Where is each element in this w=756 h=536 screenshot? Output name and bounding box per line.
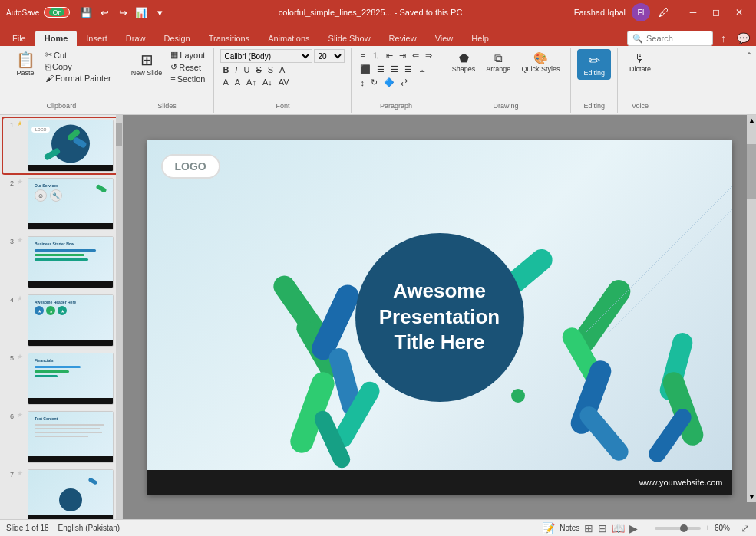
save-icon[interactable]: 💾 [79, 5, 93, 19]
slide-item-2[interactable]: 2 ★ Our Services ☺ 🔧 [3, 176, 119, 232]
user-avatar[interactable]: FI [632, 3, 650, 21]
close-button[interactable]: ✕ [728, 4, 750, 21]
bold-button[interactable]: B [220, 64, 231, 75]
slide-item-6[interactable]: 6 ★ Text Content [3, 409, 119, 465]
tab-home[interactable]: Home [35, 31, 78, 46]
zoom-in-icon[interactable]: + [705, 524, 710, 532]
font-size-inc-button[interactable]: A↑ [244, 77, 259, 87]
collapse-icon[interactable]: ⌃ [745, 51, 753, 61]
slide-thumb-2[interactable]: Our Services ☺ 🔧 [28, 178, 114, 230]
zoom-slider[interactable] [655, 527, 701, 530]
dictate-button[interactable]: 🎙 Dictate [624, 49, 656, 76]
collapse-ribbon[interactable]: ⌃ [745, 48, 753, 113]
copy-button[interactable]: ⎘ Copy [43, 61, 114, 72]
share-icon[interactable]: ↑ [718, 31, 729, 46]
reset-button[interactable]: ↺ Reset [168, 61, 207, 73]
quick-styles-button[interactable]: 🎨 Quick Styles [517, 49, 564, 76]
smartart-button[interactable]: 🔷 [381, 77, 397, 88]
text-dir-button[interactable]: ↻ [368, 77, 380, 88]
slide-canvas[interactable]: LOGO AwesomePresentationTitle Here www.y… [147, 140, 732, 495]
layout-button[interactable]: ▦ Layout [168, 49, 207, 61]
slide-thumb-5[interactable]: Financials [28, 353, 114, 405]
tab-insert[interactable]: Insert [77, 31, 117, 46]
notes-label[interactable]: Notes [560, 524, 579, 532]
rtl-button[interactable]: ⇐ [410, 50, 421, 61]
slide-thumb-3[interactable]: Business Starter Now [28, 236, 114, 288]
arrange-button[interactable]: ⧉ Arrange [481, 49, 515, 76]
tab-view[interactable]: View [426, 31, 463, 46]
fit-to-window-icon[interactable]: ⤢ [741, 522, 750, 534]
slide-item-5[interactable]: 5 ★ Financials [3, 351, 119, 406]
search-box[interactable]: 🔍 [627, 31, 713, 46]
ltr-button[interactable]: ⇒ [423, 50, 434, 61]
new-slide-button[interactable]: ⊞ New Slide [127, 49, 167, 80]
bullets-button[interactable]: ≡ [358, 51, 367, 61]
highlight-button[interactable]: A [233, 77, 243, 87]
slide-thumb-6[interactable]: Text Content [28, 411, 114, 463]
align-left-button[interactable]: ⬛ [358, 64, 373, 75]
comments-icon[interactable]: 💬 [734, 31, 753, 46]
strikethrough-button[interactable]: S [253, 64, 263, 75]
slide-sorter-icon[interactable]: ⊟ [598, 522, 607, 534]
section-button[interactable]: ≡ Section [168, 74, 207, 84]
restore-button[interactable]: ◻ [705, 4, 727, 21]
align-right-button[interactable]: ☰ [388, 64, 401, 75]
format-painter-button[interactable]: 🖌 Format Painter [43, 73, 114, 84]
tab-help[interactable]: Help [462, 31, 498, 46]
slide-item-3[interactable]: 3 ★ Business Starter Now [3, 235, 119, 290]
line-spacing-button[interactable]: ↕ [358, 77, 367, 88]
slide-panel-scrollbar[interactable] [116, 115, 122, 519]
zoom-thumb[interactable] [680, 524, 688, 532]
tab-review[interactable]: Review [380, 31, 426, 46]
scroll-down-arrow[interactable]: ▼ [747, 492, 756, 502]
paste-button[interactable]: 📋 Paste [9, 49, 41, 80]
undo-icon[interactable]: ↩ [97, 5, 111, 19]
clear-format-button[interactable]: A [277, 64, 287, 75]
slide-item-7[interactable]: 7 ★ [3, 468, 119, 519]
numbering-button[interactable]: ⒈ [369, 49, 382, 62]
pen-icon[interactable]: 🖊 [656, 5, 670, 19]
normal-view-icon[interactable]: ⊞ [584, 522, 593, 534]
underline-button[interactable]: U [241, 64, 252, 75]
col-button[interactable]: ⫠ [416, 64, 429, 75]
justify-button[interactable]: ☰ [402, 64, 414, 75]
indent-dec-button[interactable]: ⇤ [384, 50, 395, 61]
tab-design[interactable]: Design [154, 31, 199, 46]
zoom-out-icon[interactable]: − [645, 524, 650, 532]
canvas-v-scrollbar[interactable]: ▲ ▼ [747, 115, 756, 502]
cut-button[interactable]: ✂ Cut [43, 49, 114, 61]
search-input[interactable] [646, 34, 708, 43]
font-size-select[interactable]: 20 [314, 49, 345, 63]
redo-icon[interactable]: ↪ [116, 5, 130, 19]
align-center-button[interactable]: ☰ [375, 64, 387, 75]
shapes-button[interactable]: ⬟ Shapes [447, 49, 480, 76]
slide-thumb-1[interactable]: LOGO [28, 120, 114, 172]
font-color-button[interactable]: A [220, 77, 230, 87]
font-size-dec-button[interactable]: A↓ [260, 77, 275, 87]
tab-draw[interactable]: Draw [117, 31, 155, 46]
slide-item-1[interactable]: 1 ★ LOGO [3, 118, 119, 173]
slide-item-4[interactable]: 4 ★ Awesome Header Here ★ ★ ★ [3, 293, 119, 348]
slide-thumb-4[interactable]: Awesome Header Here ★ ★ ★ [28, 294, 114, 347]
scroll-up-arrow[interactable]: ▲ [747, 115, 756, 126]
zoom-level[interactable]: 60% [715, 524, 736, 532]
slide-panel-thumb[interactable] [116, 123, 122, 146]
indent-inc-button[interactable]: ⇥ [397, 50, 408, 61]
editing-button[interactable]: ✏ Editing [577, 49, 611, 80]
tab-animations[interactable]: Animations [259, 31, 319, 46]
char-spacing-button[interactable]: AV [276, 77, 292, 87]
customize-icon[interactable]: ▾ [153, 5, 167, 19]
autosave-toggle[interactable]: On [44, 7, 70, 18]
logo-button[interactable]: LOGO [161, 154, 220, 179]
shadow-button[interactable]: S [266, 64, 276, 75]
scroll-thumb[interactable] [747, 144, 756, 199]
tab-transitions[interactable]: Transitions [200, 31, 259, 46]
tab-file[interactable]: File [3, 31, 35, 46]
presentation-icon[interactable]: 📊 [134, 5, 148, 19]
italic-button[interactable]: I [233, 64, 239, 75]
tab-slideshow[interactable]: Slide Show [319, 31, 380, 46]
notes-button[interactable]: 📝 [542, 522, 555, 534]
font-family-select[interactable]: Calibri (Body) [220, 49, 312, 63]
convert-button[interactable]: ⇄ [398, 77, 410, 88]
slide-thumb-7[interactable] [28, 469, 114, 519]
